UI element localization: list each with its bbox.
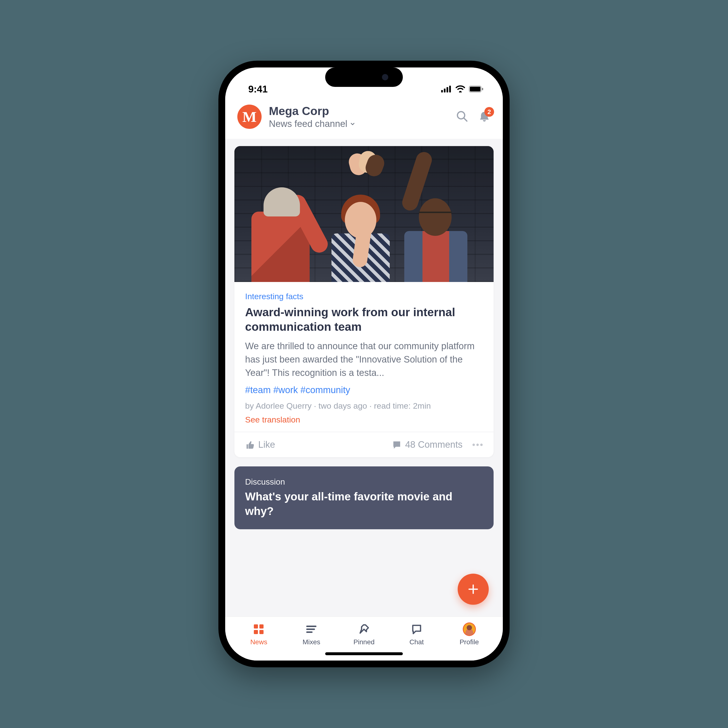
post-title: Award-winning work from our internal com…	[245, 305, 483, 334]
svg-point-11	[480, 444, 483, 446]
avatar-icon	[463, 623, 476, 636]
svg-line-8	[464, 118, 467, 121]
nav-profile[interactable]: Profile	[452, 623, 486, 646]
create-post-fab[interactable]	[458, 574, 489, 605]
grid-icon	[252, 623, 265, 636]
phone-screen: 9:41 M Mega Corp News feed	[225, 67, 503, 661]
nav-chat-label: Chat	[409, 638, 424, 646]
svg-rect-17	[259, 630, 263, 634]
status-time: 9:41	[248, 84, 268, 95]
comment-icon	[392, 440, 402, 450]
cellular-icon	[441, 84, 452, 95]
bottom-nav: News Mixes Pinned Chat	[225, 616, 503, 661]
post-excerpt: We are thrilled to announce that our com…	[245, 340, 483, 379]
post-meta: by Adorlee Querry · two days ago · read …	[245, 401, 483, 411]
battery-icon	[469, 84, 483, 95]
svg-point-9	[473, 444, 475, 446]
svg-point-10	[476, 444, 479, 446]
notification-badge: 2	[484, 107, 494, 117]
post-hashtags[interactable]: #team #work #community	[245, 385, 483, 395]
channel-selector[interactable]: News feed channel	[269, 119, 448, 129]
phone-frame: 9:41 M Mega Corp News feed	[219, 61, 509, 667]
search-button[interactable]	[456, 110, 468, 124]
comments-label: 48 Comments	[405, 439, 462, 450]
svg-rect-16	[254, 630, 258, 634]
discussion-title: What's your all-time favorite movie and …	[245, 489, 483, 518]
post-image	[234, 146, 494, 282]
home-indicator[interactable]	[325, 652, 403, 655]
org-logo-letter: M	[242, 108, 257, 125]
like-label: Like	[258, 439, 275, 450]
app-header: M Mega Corp News feed channel 2	[225, 99, 503, 139]
nav-mixes-label: Mixes	[303, 638, 320, 646]
nav-news-label: News	[250, 638, 267, 646]
nav-mixes[interactable]: Mixes	[294, 623, 328, 646]
chevron-down-icon	[350, 119, 355, 129]
wifi-icon	[455, 84, 465, 95]
nav-news[interactable]: News	[242, 623, 276, 646]
post-card[interactable]: Interesting facts Award-winning work fro…	[234, 146, 494, 457]
nav-chat[interactable]: Chat	[400, 623, 434, 646]
discussion-label: Discussion	[245, 477, 483, 486]
nav-pinned[interactable]: Pinned	[347, 623, 381, 646]
svg-rect-6	[482, 88, 483, 90]
lines-icon	[305, 623, 318, 636]
notifications-button[interactable]: 2	[478, 110, 491, 124]
svg-rect-2	[447, 87, 448, 92]
channel-name: News feed channel	[269, 119, 347, 129]
plus-icon	[466, 583, 480, 596]
search-icon	[456, 110, 468, 122]
svg-rect-3	[449, 86, 451, 92]
chat-icon	[410, 623, 423, 636]
like-button[interactable]: Like	[245, 439, 275, 450]
pin-icon	[358, 623, 370, 636]
svg-rect-5	[470, 87, 480, 92]
more-icon	[472, 444, 483, 446]
svg-rect-15	[259, 624, 263, 629]
svg-rect-14	[254, 624, 258, 629]
news-feed[interactable]: Interesting facts Award-winning work fro…	[225, 139, 503, 616]
nav-pinned-label: Pinned	[353, 638, 375, 646]
more-button[interactable]	[472, 444, 483, 446]
see-translation-link[interactable]: See translation	[245, 415, 483, 424]
org-title: Mega Corp	[269, 104, 448, 118]
svg-rect-0	[441, 90, 443, 92]
discussion-card[interactable]: Discussion What's your all-time favorite…	[234, 466, 494, 529]
thumbs-up-icon	[245, 440, 255, 450]
nav-profile-label: Profile	[460, 638, 479, 646]
post-category[interactable]: Interesting facts	[245, 292, 483, 301]
org-logo[interactable]: M	[237, 105, 262, 129]
svg-rect-1	[444, 89, 445, 92]
comments-button[interactable]: 48 Comments	[392, 439, 462, 450]
dynamic-island	[325, 67, 403, 87]
